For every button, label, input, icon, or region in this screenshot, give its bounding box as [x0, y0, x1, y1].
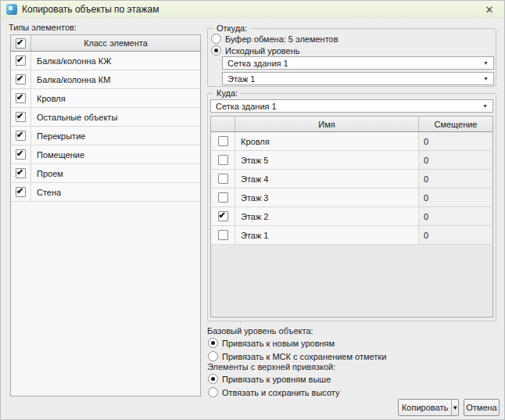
title-bar: Копировать объекты по этажам ✕ — [1, 1, 504, 18]
chevron-down-icon: ▼ — [483, 60, 489, 66]
window-title: Копировать объекты по этажам — [22, 4, 159, 15]
target-grid-select[interactable]: Сетка здания 1 ▼ — [210, 99, 493, 113]
select-all-checkbox[interactable] — [11, 35, 31, 51]
element-type-row[interactable]: Перекрытие — [11, 127, 200, 145]
from-group-label: Откуда: — [213, 23, 250, 33]
row-checkbox[interactable] — [211, 170, 235, 188]
radio-label: Привязать к новым уровням — [222, 339, 335, 348]
level-offset[interactable]: 0 — [419, 170, 492, 188]
cancel-button[interactable]: Отмена — [464, 399, 500, 416]
class-column-header: Класс элемента — [31, 35, 200, 51]
row-checkbox[interactable] — [211, 151, 235, 169]
row-checkbox[interactable] — [11, 127, 31, 145]
radio-unbind-keep-height[interactable]: Отвязать и сохранить высоту — [208, 386, 340, 398]
level-name: Этаж 1 — [235, 226, 419, 244]
chevron-down-icon: ▼ — [483, 76, 489, 81]
checkbox-icon — [218, 230, 228, 240]
radio-bind-msk[interactable]: Привязать к МСК с сохранением отметки — [208, 350, 386, 362]
row-checkbox[interactable] — [211, 226, 235, 244]
row-checkbox[interactable] — [11, 183, 31, 201]
element-type-label: Стена — [31, 183, 200, 201]
checkbox-icon — [218, 155, 228, 165]
target-levels-table-header: Имя Смещение — [211, 117, 492, 132]
row-checkbox[interactable] — [211, 207, 235, 225]
radio-icon — [208, 374, 218, 384]
checkbox-icon — [16, 149, 26, 160]
level-offset[interactable]: 0 — [419, 188, 492, 206]
radio-icon — [211, 34, 221, 44]
row-checkbox[interactable] — [11, 70, 31, 88]
row-checkbox[interactable] — [11, 108, 31, 126]
to-group-label: Куда: — [213, 88, 241, 98]
row-checkbox[interactable] — [11, 89, 31, 107]
source-grid-select[interactable]: Сетка здания 1 ▼ — [222, 56, 494, 70]
level-name: Этаж 3 — [235, 188, 419, 206]
target-level-row[interactable]: Этаж 5 0 — [211, 151, 492, 170]
radio-source-clipboard[interactable]: Буфер обмена: 5 элементов — [211, 33, 338, 45]
element-type-row[interactable]: Стена — [11, 183, 200, 202]
radio-icon — [208, 338, 218, 348]
level-name: Кровля — [235, 132, 419, 150]
element-type-label: Балка/колонна КЖ — [31, 52, 200, 70]
element-type-row[interactable]: Остальные объекты — [11, 108, 200, 127]
radio-label: Привязать к уровням выше — [222, 375, 331, 384]
row-checkbox[interactable] — [11, 145, 31, 163]
element-type-label: Перекрытие — [31, 127, 200, 145]
copy-button[interactable]: Копировать ▼ — [398, 399, 459, 416]
copy-dropdown-button[interactable]: ▼ — [451, 400, 458, 415]
element-type-row[interactable]: Кровля — [11, 89, 200, 108]
level-offset[interactable]: 0 — [419, 207, 492, 225]
element-type-row[interactable]: Помещение — [11, 145, 200, 164]
element-type-label: Помещение — [31, 145, 200, 163]
element-type-label: Балка/колонна КМ — [31, 70, 200, 88]
element-type-label: Кровля — [31, 89, 200, 107]
element-types-table: Класс элемента Балка/колонна КЖ Балка/ко… — [10, 34, 201, 397]
radio-label: Исходный уровень — [225, 46, 300, 56]
checkbox-icon — [218, 136, 228, 146]
target-level-row[interactable]: Этаж 4 0 — [211, 170, 492, 188]
level-name: Этаж 2 — [235, 207, 419, 225]
target-level-row[interactable]: Этаж 1 0 — [211, 226, 492, 245]
element-type-row[interactable]: Балка/колонна КЖ — [11, 52, 200, 70]
from-group: Откуда: Буфер обмена: 5 элементов Исходн… — [207, 28, 496, 87]
radio-bind-new-levels[interactable]: Привязать к новым уровням — [208, 337, 335, 349]
target-level-row[interactable]: Кровля 0 — [211, 132, 492, 151]
radio-icon — [211, 45, 221, 56]
element-type-row[interactable]: Балка/колонна КМ — [11, 70, 200, 89]
checkbox-icon — [16, 131, 26, 141]
target-level-row[interactable]: Этаж 3 0 — [211, 188, 492, 207]
level-name: Этаж 5 — [235, 151, 419, 169]
copy-button-label: Копировать — [399, 403, 451, 412]
dialog-window: Копировать объекты по этажам ✕ Типы элем… — [0, 0, 505, 420]
radio-label: Привязать к МСК с сохранением отметки — [222, 352, 386, 361]
table-empty-area — [211, 245, 492, 317]
level-offset[interactable]: 0 — [419, 151, 492, 169]
row-checkbox[interactable] — [11, 164, 31, 182]
top-binding-label: Элементы с верхней привязкой: — [207, 362, 335, 372]
level-offset[interactable]: 0 — [419, 226, 492, 244]
element-type-row[interactable]: Проем — [11, 164, 200, 183]
row-checkbox[interactable] — [211, 188, 235, 206]
source-level-select[interactable]: Этаж 1 ▼ — [222, 72, 494, 85]
to-group: Куда: Сетка здания 1 ▼ Имя Смещение Кров… — [207, 93, 496, 321]
level-name: Этаж 4 — [235, 170, 419, 188]
checkbox-icon — [16, 187, 26, 197]
level-offset[interactable]: 0 — [419, 132, 492, 150]
radio-bind-levels-above[interactable]: Привязать к уровням выше — [208, 373, 331, 385]
element-type-label: Остальные объекты — [31, 108, 200, 126]
checkbox-icon — [16, 56, 26, 66]
target-level-row[interactable]: Этаж 2 0 — [211, 207, 492, 226]
name-column-header: Имя — [235, 117, 419, 131]
element-type-label: Проем — [31, 164, 200, 182]
row-checkbox[interactable] — [211, 132, 235, 150]
close-button[interactable]: ✕ — [475, 1, 504, 18]
chevron-down-icon: ▼ — [482, 103, 488, 109]
checkbox-icon — [16, 112, 26, 122]
table-empty-area — [11, 202, 200, 396]
checkbox-icon — [218, 211, 228, 221]
row-checkbox[interactable] — [11, 52, 31, 70]
checkbox-icon — [16, 93, 26, 103]
radio-source-level[interactable]: Исходный уровень — [211, 45, 300, 56]
checkbox-icon — [218, 192, 228, 203]
offset-column-header: Смещение — [419, 117, 492, 131]
